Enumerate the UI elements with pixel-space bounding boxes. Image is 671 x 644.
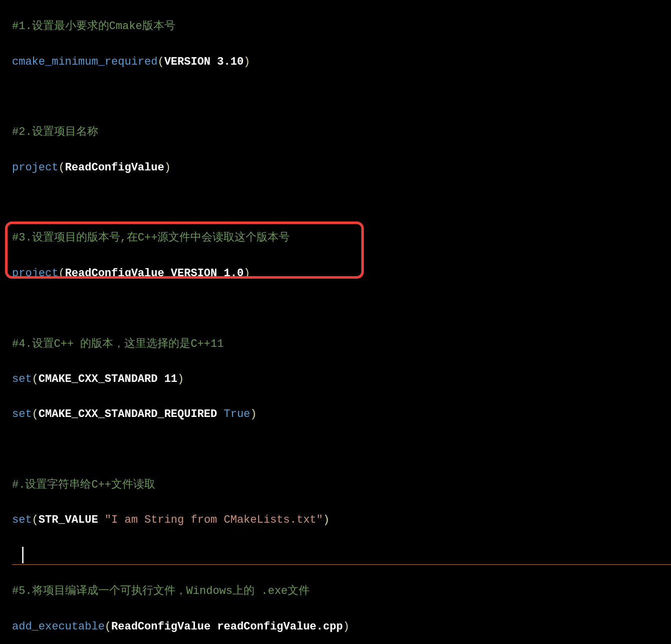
cmake-function: set bbox=[12, 514, 32, 526]
code-line[interactable]: #5.将项目编译成一个可执行文件，Windows上的 .exe文件 bbox=[12, 582, 671, 600]
close-paren: ) bbox=[177, 373, 184, 385]
blank-line[interactable] bbox=[12, 300, 671, 317]
code-line[interactable]: project(ReadConfigValue) bbox=[12, 159, 671, 176]
cmake-function: set bbox=[12, 373, 32, 385]
code-line[interactable]: cmake_minimum_required(VERSION 3.10) bbox=[12, 53, 671, 71]
cmake-function: project bbox=[12, 267, 58, 280]
code-line[interactable]: #3.设置项目的版本号,在C++源文件中会读取这个版本号 bbox=[12, 229, 671, 247]
open-paren: ( bbox=[32, 514, 39, 526]
argument: CMAKE_CXX_STANDARD_REQUIRED bbox=[39, 408, 224, 420]
string-literal: "I am String from CMakeLists.txt" bbox=[105, 514, 323, 526]
comment: #5.将项目编译成一个可执行文件，Windows上的 .exe文件 bbox=[12, 585, 310, 597]
argument: ReadConfigValue VERSION 1.0 bbox=[65, 267, 244, 280]
argument: ReadConfigValue bbox=[65, 161, 164, 174]
code-line[interactable]: set(STR_VALUE "I am String from CMakeLis… bbox=[12, 511, 671, 529]
code-line[interactable]: #.设置字符串给C++文件读取 bbox=[12, 476, 671, 494]
close-paren: ) bbox=[250, 408, 257, 420]
code-line[interactable]: #2.设置项目名称 bbox=[12, 123, 671, 141]
comment: #4.设置C++ 的版本，这里选择的是C++11 bbox=[12, 338, 223, 350]
cmake-function: cmake_minimum_required bbox=[12, 56, 157, 68]
blank-line[interactable] bbox=[12, 441, 671, 459]
cmake-function: add_executable bbox=[12, 620, 105, 633]
close-paren: ) bbox=[323, 514, 330, 526]
cmake-function: project bbox=[12, 161, 58, 174]
code-line[interactable]: #1.设置最小要求的Cmake版本号 bbox=[12, 18, 671, 35]
blank-line[interactable] bbox=[12, 88, 671, 106]
comment: #3.设置项目的版本号,在C++源文件中会读取这个版本号 bbox=[12, 232, 290, 244]
comment: #2.设置项目名称 bbox=[12, 126, 98, 138]
open-paren: ( bbox=[32, 373, 39, 385]
close-paren: ) bbox=[244, 267, 250, 280]
argument: STR_VALUE bbox=[39, 514, 105, 526]
cmake-function: set bbox=[12, 408, 32, 420]
open-paren: ( bbox=[105, 620, 111, 633]
literal: True bbox=[223, 408, 250, 420]
blank-line[interactable] bbox=[12, 194, 671, 211]
close-paren: ) bbox=[244, 56, 250, 68]
open-paren: ( bbox=[58, 161, 65, 174]
code-editor[interactable]: #1.设置最小要求的Cmake版本号 cmake_minimum_require… bbox=[0, 0, 671, 644]
text-cursor-icon bbox=[22, 547, 24, 563]
code-line[interactable]: set(CMAKE_CXX_STANDARD 11) bbox=[12, 370, 671, 388]
code-line[interactable]: #4.设置C++ 的版本，这里选择的是C++11 bbox=[12, 335, 671, 353]
argument: VERSION 3.10 bbox=[164, 56, 244, 68]
code-line[interactable]: add_executable(ReadConfigValue readConfi… bbox=[12, 618, 671, 635]
open-paren: ( bbox=[32, 408, 39, 420]
close-paren: ) bbox=[164, 161, 171, 174]
comment: #.设置字符串给C++文件读取 bbox=[12, 479, 155, 491]
close-paren: ) bbox=[343, 620, 349, 633]
code-line[interactable]: set(CMAKE_CXX_STANDARD_REQUIRED True) bbox=[12, 405, 671, 423]
open-paren: ( bbox=[157, 56, 164, 68]
comment: #1.设置最小要求的Cmake版本号 bbox=[12, 20, 175, 33]
argument: ReadConfigValue readConfigValue.cpp bbox=[111, 620, 343, 633]
code-line[interactable]: project(ReadConfigValue VERSION 1.0) bbox=[12, 265, 671, 282]
cursor-line[interactable] bbox=[12, 547, 671, 565]
open-paren: ( bbox=[58, 267, 65, 280]
argument: CMAKE_CXX_STANDARD 11 bbox=[39, 373, 177, 385]
